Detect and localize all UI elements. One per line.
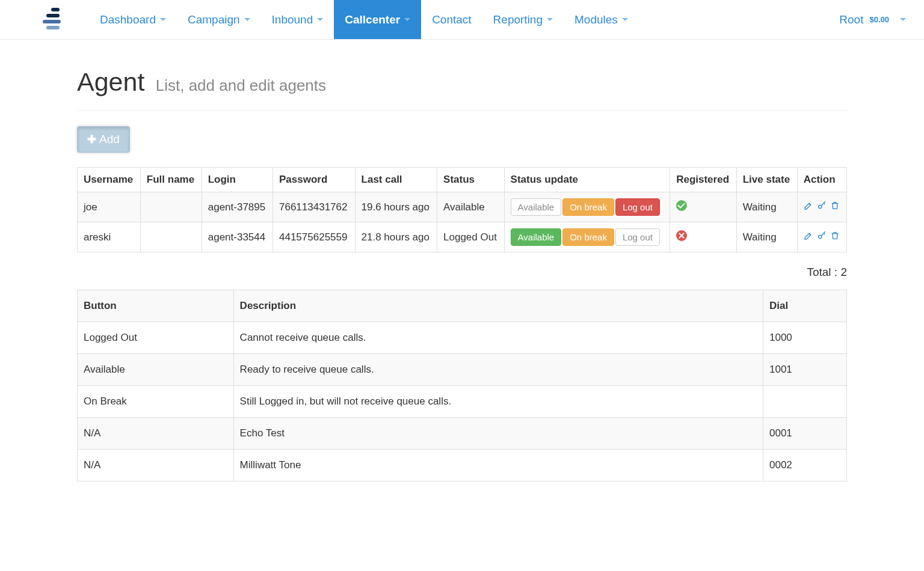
chevron-down-icon xyxy=(404,18,410,21)
cell-status: Logged Out xyxy=(437,222,505,252)
chevron-down-icon xyxy=(317,18,323,21)
svg-rect-0 xyxy=(51,8,60,11)
chevron-down-icon xyxy=(547,18,553,21)
brand-logo[interactable] xyxy=(35,0,72,39)
cell-dial: 0001 xyxy=(763,418,846,450)
nav-item-label: Reporting xyxy=(493,13,543,26)
edit-icon[interactable] xyxy=(804,231,813,243)
status-available-button[interactable]: Available xyxy=(511,228,562,246)
nav-item-inbound[interactable]: Inbound xyxy=(261,0,334,39)
nav-item-campaign[interactable]: Campaign xyxy=(177,0,261,39)
cell-livestate: Waiting xyxy=(736,192,797,222)
page-heading: Agent List, add and edit agents xyxy=(77,52,847,97)
status-available-button[interactable]: Available xyxy=(511,198,562,216)
cell-fullname xyxy=(140,222,202,252)
cell-desc: Echo Test xyxy=(233,418,763,450)
edit-icon[interactable] xyxy=(804,201,813,213)
table-header: Status xyxy=(437,168,505,192)
cell-dial: 0002 xyxy=(763,450,846,481)
cell-dial: 1000 xyxy=(763,322,846,354)
table-row: N/AMilliwatt Tone0002 xyxy=(78,450,847,481)
page-title: Agent xyxy=(77,67,144,96)
nav-item-contact[interactable]: Contact xyxy=(421,0,482,39)
cell-password: 766113431762 xyxy=(273,192,356,222)
cell-button: On Break xyxy=(78,386,234,418)
page-subtitle: List, add and edit agents xyxy=(156,76,326,94)
cell-registered xyxy=(670,222,737,252)
cell-livestate: Waiting xyxy=(736,222,797,252)
cell-button: Available xyxy=(78,354,234,386)
cell-button: N/A xyxy=(78,450,234,481)
table-row: areskiagent-3354444157562555921.8 hours … xyxy=(78,222,847,252)
nav-item-label: Campaign xyxy=(188,13,240,26)
trash-icon[interactable] xyxy=(830,201,840,213)
nav-item-callcenter[interactable]: Callcenter xyxy=(334,0,421,39)
cell-dial: 1001 xyxy=(763,354,846,386)
agents-table: UsernameFull nameLoginPasswordLast callS… xyxy=(77,167,847,252)
nav-item-label: Dashboard xyxy=(100,13,156,26)
table-header: Live state xyxy=(736,168,797,192)
cell-username: joe xyxy=(78,192,141,222)
cell-desc: Still Logged in, but will not receive qu… xyxy=(233,386,763,418)
table-header: Login xyxy=(202,168,273,192)
status-log-out-button[interactable]: Log out xyxy=(615,198,660,216)
status-on-break-button[interactable]: On break xyxy=(562,198,614,216)
table-header: Dial xyxy=(763,290,846,322)
cell-status: Available xyxy=(437,192,505,222)
cell-status-update: AvailableOn breakLog out xyxy=(504,222,670,252)
cell-login: agent-33544 xyxy=(202,222,273,252)
navbar: DashboardCampaignInboundCallcenterContac… xyxy=(0,0,924,40)
cell-password: 441575625559 xyxy=(273,222,356,252)
total-row: Total : 2 xyxy=(77,266,847,279)
table-header: Button xyxy=(78,290,234,322)
key-icon[interactable] xyxy=(817,201,827,213)
chevron-down-icon xyxy=(160,18,166,21)
cell-desc: Ready to receive queue calls. xyxy=(233,354,763,386)
table-header: Password xyxy=(273,168,356,192)
nav-item-label: Contact xyxy=(432,13,471,26)
cell-username: areski xyxy=(78,222,141,252)
cell-status-update: AvailableOn breakLog out xyxy=(504,192,670,222)
plus-icon: ✚ xyxy=(87,134,96,145)
nav-item-dashboard[interactable]: Dashboard xyxy=(89,0,177,39)
cell-registered xyxy=(670,192,737,222)
table-header: Username xyxy=(78,168,141,192)
chevron-down-icon xyxy=(900,18,906,21)
chevron-down-icon xyxy=(622,18,628,21)
add-button-label: Add xyxy=(99,133,120,146)
x-circle-icon xyxy=(676,230,687,241)
legend-table: ButtonDescriptionDial Logged OutCannot r… xyxy=(77,290,847,481)
cell-desc: Cannot receive queue calls. xyxy=(233,322,763,354)
svg-rect-3 xyxy=(46,26,60,29)
cell-lastcall: 21.8 hours ago xyxy=(355,222,437,252)
nav-item-modules[interactable]: Modules xyxy=(564,0,639,39)
table-row: AvailableReady to receive queue calls.10… xyxy=(78,354,847,386)
table-row: On BreakStill Logged in, but will not re… xyxy=(78,386,847,418)
table-header: Action xyxy=(797,168,846,192)
nav-item-label: Callcenter xyxy=(345,13,400,26)
table-header: Last call xyxy=(355,168,437,192)
table-header: Registered xyxy=(670,168,737,192)
table-row: joeagent-3789576611343176219.6 hours ago… xyxy=(78,192,847,222)
user-name: Root xyxy=(839,13,863,26)
user-balance: $0.00 xyxy=(869,15,889,24)
cell-lastcall: 19.6 hours ago xyxy=(355,192,437,222)
status-log-out-button[interactable]: Log out xyxy=(615,228,660,246)
table-row: N/AEcho Test0001 xyxy=(78,418,847,450)
user-menu[interactable]: Root $0.00 xyxy=(839,0,906,39)
svg-rect-1 xyxy=(46,14,60,17)
key-icon[interactable] xyxy=(817,231,827,243)
table-row: Logged OutCannot receive queue calls.100… xyxy=(78,322,847,354)
cell-action xyxy=(797,192,846,222)
check-circle-icon xyxy=(676,200,687,211)
nav-item-label: Inbound xyxy=(272,13,313,26)
nav-item-reporting[interactable]: Reporting xyxy=(482,0,564,39)
trash-icon[interactable] xyxy=(830,231,840,243)
cell-action xyxy=(797,222,846,252)
nav-item-label: Modules xyxy=(574,13,618,26)
cell-fullname xyxy=(140,192,202,222)
add-button[interactable]: ✚ Add xyxy=(77,126,130,153)
status-on-break-button[interactable]: On break xyxy=(562,228,614,246)
chevron-down-icon xyxy=(244,18,250,21)
table-header: Description xyxy=(233,290,763,322)
